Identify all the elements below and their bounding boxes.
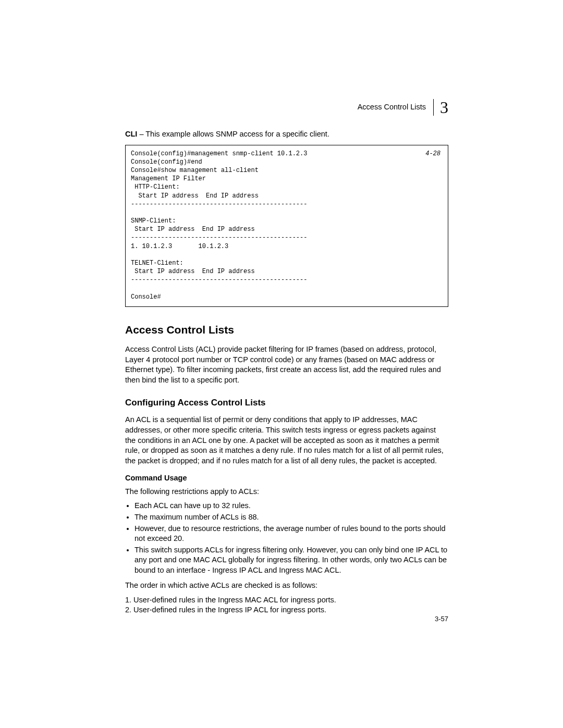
- list-item: This switch supports ACLs for ingress fi…: [134, 545, 448, 576]
- restrictions-list: Each ACL can have up to 32 rules. The ma…: [125, 501, 448, 575]
- order-intro: The order in which active ACLs are check…: [125, 581, 448, 591]
- list-item: The maximum number of ACLs is 88.: [134, 512, 448, 523]
- list-item: 2. User-defined rules in the Ingress IP …: [125, 605, 448, 615]
- cli-intro: CLI – This example allows SNMP access fo…: [125, 129, 448, 140]
- list-item: Each ACL can have up to 32 rules.: [134, 501, 448, 511]
- command-usage-heading: Command Usage: [125, 473, 448, 484]
- page-header: Access Control Lists 3: [125, 99, 448, 116]
- subsection-paragraph: An ACL is a sequential list of permit or…: [125, 415, 448, 466]
- header-title: Access Control Lists: [358, 102, 426, 113]
- code-body: Console(config)#management snmp-client 1…: [131, 150, 307, 301]
- subsection-heading: Configuring Access Control Lists: [125, 397, 448, 409]
- page-number: 3-57: [435, 614, 448, 624]
- page-content: Access Control Lists 3 CLI – This exampl…: [0, 0, 563, 728]
- cli-prefix: CLI: [125, 130, 137, 138]
- chapter-number: 3: [433, 99, 448, 116]
- list-item: 1. User-defined rules in the Ingress MAC…: [125, 595, 448, 606]
- section-heading: Access Control Lists: [125, 323, 448, 337]
- section-paragraph: Access Control Lists (ACL) provide packe…: [125, 344, 448, 385]
- list-item: However, due to resource restrictions, t…: [134, 524, 448, 544]
- code-block: 4-28Console(config)#management snmp-clie…: [125, 145, 448, 307]
- order-list: 1. User-defined rules in the Ingress MAC…: [125, 595, 448, 615]
- cli-rest: – This example allows SNMP access for a …: [137, 130, 329, 138]
- restrictions-intro: The following restrictions apply to ACLs…: [125, 487, 448, 497]
- code-reference: 4-28: [425, 150, 440, 158]
